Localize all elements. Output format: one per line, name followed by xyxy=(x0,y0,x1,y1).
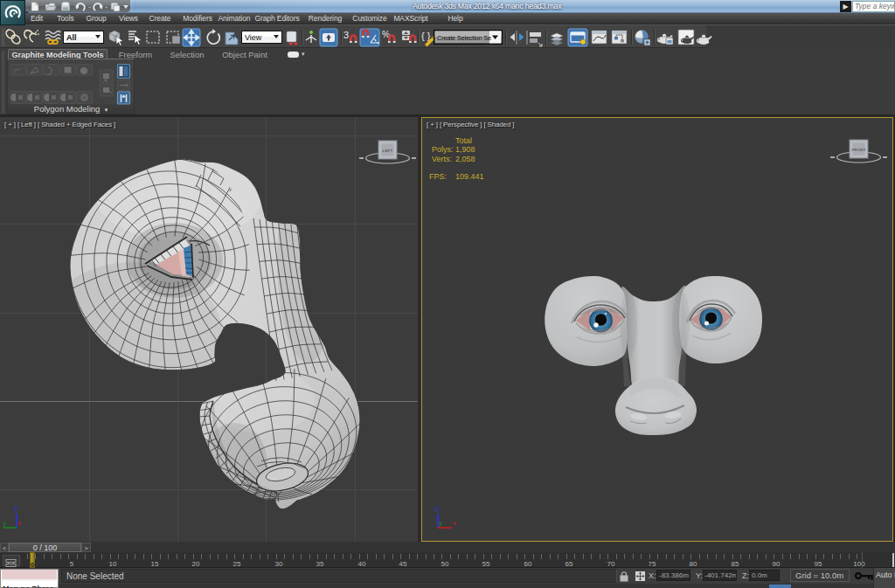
svg-text:{ }: { } xyxy=(421,31,431,41)
svg-text:3: 3 xyxy=(343,30,349,40)
svg-text:Z: Z xyxy=(14,505,18,513)
svg-text:Z: Z xyxy=(435,505,440,513)
svg-text:x: x xyxy=(453,519,457,527)
svg-text:Create Selection Se: Create Selection Se xyxy=(437,34,491,42)
svg-text:y: y xyxy=(439,519,443,527)
svg-text:View: View xyxy=(245,33,262,42)
svg-text:FRONT: FRONT xyxy=(851,148,865,152)
svg-text:y: y xyxy=(3,519,7,527)
svg-text:All: All xyxy=(66,33,77,42)
svg-text:LEFT: LEFT xyxy=(383,149,393,153)
svg-text:x: x xyxy=(17,519,22,527)
